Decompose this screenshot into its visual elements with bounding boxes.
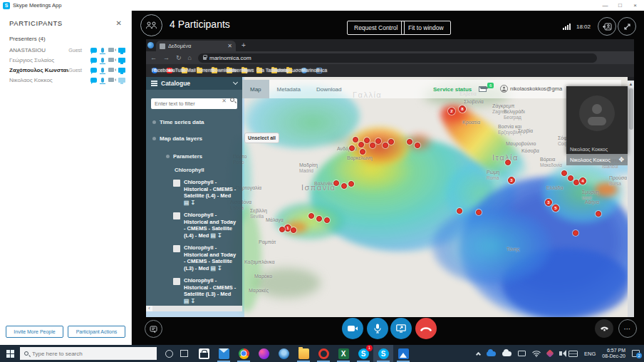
screen-share-icon[interactable]	[118, 48, 125, 53]
station-marker[interactable]	[333, 180, 339, 186]
station-marker[interactable]: 2	[448, 108, 455, 115]
request-control-button[interactable]: Request Control	[347, 21, 405, 35]
station-marker[interactable]: 4	[579, 177, 586, 185]
maximize-button[interactable]: □	[613, 0, 628, 11]
participant-row[interactable]: Ζαχόπουλος Κωνσταντί... Guest	[0, 65, 131, 75]
tray-expand-icon[interactable]	[476, 351, 481, 356]
more-options-button[interactable]: ⋯	[618, 319, 637, 338]
station-marker[interactable]	[573, 230, 578, 236]
station-marker[interactable]	[476, 210, 482, 215]
layer-checkbox[interactable]	[173, 278, 180, 285]
taskbar-app-photos[interactable]	[393, 345, 413, 362]
invite-more-people-button[interactable]: Invite More People	[6, 326, 63, 338]
bookmark-item[interactable]: Diafora	[271, 68, 277, 73]
account-menu[interactable]: nikolaoskokkos@gma	[500, 85, 563, 93]
station-marker[interactable]	[349, 145, 355, 151]
tree-parameters[interactable]: Parameters	[166, 153, 242, 160]
mail-icon[interactable]	[479, 86, 487, 92]
bookmark-item[interactable]: Downloads	[212, 68, 217, 73]
sidebar-hscrollbar[interactable]: ‹	[146, 306, 242, 311]
touch-keyboard-icon[interactable]	[568, 351, 578, 357]
station-marker[interactable]	[383, 143, 388, 148]
station-marker[interactable]	[308, 213, 314, 219]
taskbar-search-input[interactable]	[32, 351, 139, 357]
minimize-button[interactable]: —	[598, 0, 613, 11]
im-icon[interactable]	[90, 58, 97, 63]
camera-icon[interactable]	[108, 68, 114, 72]
station-marker[interactable]	[596, 211, 601, 217]
chlorophyll-category[interactable]: Chlorophyll	[175, 167, 242, 173]
layer-checkbox[interactable]	[173, 212, 180, 219]
station-marker[interactable]	[457, 208, 462, 214]
mute-button[interactable]	[367, 318, 388, 339]
new-tab-button[interactable]: +	[242, 41, 246, 49]
station-marker[interactable]	[415, 143, 420, 148]
taskbar-app-opera[interactable]	[313, 345, 333, 362]
bookmark-item[interactable]: YouTube	[167, 68, 172, 73]
participant-actions-button[interactable]: Participant Actions	[68, 326, 125, 338]
collapse-sidebar-icon[interactable]: ‹	[146, 306, 152, 311]
clear-filter-icon[interactable]: ✕	[222, 98, 227, 104]
tab-map[interactable]: Map	[242, 80, 269, 98]
bookmark-item[interactable]: Torrents	[197, 68, 202, 73]
reload-icon[interactable]: ↻	[176, 54, 182, 61]
start-button[interactable]	[0, 345, 20, 362]
bookmark-item[interactable]: γλωσσ	[286, 68, 292, 73]
taskbar-app-skype-business[interactable]: 1	[353, 345, 373, 362]
bookmark-item[interactable]: News	[242, 68, 247, 73]
camera-button[interactable]	[342, 318, 363, 339]
catalogue-header[interactable]: Catalogue	[146, 77, 242, 90]
station-marker[interactable]	[370, 143, 375, 148]
mic-icon[interactable]	[101, 48, 104, 53]
address-bar[interactable]: marinomica.com	[198, 53, 597, 63]
bookmark-item[interactable]: Facebook	[152, 68, 157, 73]
camera-icon[interactable]	[108, 48, 114, 52]
chat-button[interactable]	[145, 320, 162, 338]
tray-app-icon[interactable]	[518, 351, 526, 356]
map-and-download-icons[interactable]: ▤↧	[184, 200, 197, 206]
screen-share-icon[interactable]	[118, 58, 125, 63]
screen-share-icon[interactable]	[118, 68, 125, 73]
station-marker[interactable]: 8	[459, 105, 466, 113]
clock[interactable]: 6:57 PM 08-Dec-20	[602, 348, 625, 359]
taskbar-search[interactable]	[20, 347, 157, 360]
bookmark-item[interactable]: Gia Taxinomisi	[256, 68, 262, 73]
camera-icon[interactable]	[108, 78, 114, 82]
station-marker[interactable]	[573, 180, 579, 185]
station-marker[interactable]	[279, 227, 285, 232]
mic-icon[interactable]	[101, 58, 104, 63]
hang-up-button[interactable]	[415, 318, 437, 339]
onedrive-icon[interactable]	[487, 351, 496, 356]
browser-scrollbar[interactable]: ▲	[628, 81, 634, 317]
map-and-download-icons[interactable]: ▤↧	[211, 232, 224, 239]
share-screen-button[interactable]	[390, 318, 412, 339]
participant-row[interactable]: ANASTASIOU Guest	[0, 45, 131, 55]
mic-icon[interactable]	[101, 68, 104, 73]
video-tile-name-bar[interactable]: Νικολαος Κοκκος ✥	[566, 154, 628, 165]
station-marker[interactable]	[505, 160, 511, 165]
tab-close-icon[interactable]: ✕	[227, 43, 232, 49]
station-marker[interactable]	[360, 149, 365, 155]
tab-metadata[interactable]: Metadata	[269, 80, 308, 98]
station-marker[interactable]	[291, 227, 296, 233]
move-tile-icon[interactable]: ✥	[618, 156, 624, 163]
layer-label[interactable]: Chlorophyll - Historical and Today - CME…	[184, 212, 237, 239]
fit-to-window-button[interactable]: Fit to window	[401, 21, 451, 35]
station-marker[interactable]	[324, 217, 330, 223]
tree-time-series[interactable]: Time series data	[152, 119, 242, 125]
taskbar-app-skype[interactable]	[373, 345, 393, 362]
bookmark-item[interactable]: Marinomica	[301, 68, 307, 73]
station-marker[interactable]	[353, 137, 358, 143]
tab-download[interactable]: Download	[308, 80, 350, 98]
pop-in-video-button[interactable]	[598, 17, 616, 36]
station-marker[interactable]	[348, 181, 354, 187]
station-marker[interactable]	[358, 142, 364, 148]
station-marker[interactable]	[561, 170, 567, 176]
antivirus-icon[interactable]	[546, 349, 554, 357]
taskbar-app-excel[interactable]	[333, 345, 353, 362]
scrollbar-thumb[interactable]	[629, 88, 633, 130]
screen-share-icon[interactable]	[118, 78, 125, 83]
search-icon[interactable]	[230, 98, 234, 102]
wifi-icon[interactable]	[532, 351, 541, 357]
cortana-button[interactable]	[165, 350, 173, 358]
